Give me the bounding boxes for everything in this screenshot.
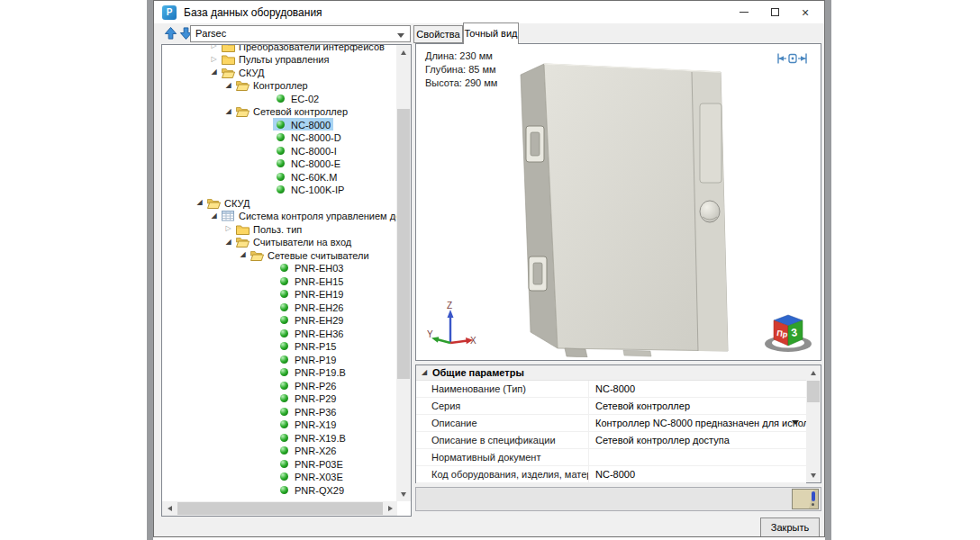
properties-scrollbar[interactable] — [806, 365, 821, 482]
expander-expanded-icon[interactable]: ◢ — [207, 68, 221, 76]
device-sphere-icon — [280, 446, 288, 454]
tree-item[interactable]: PNR-EH26 — [162, 301, 396, 314]
tree-item[interactable]: PNR-EH15 — [162, 274, 396, 288]
tree-item[interactable]: PNR-P26 — [162, 379, 396, 392]
hinge-top — [526, 126, 544, 162]
tree-item[interactable]: ◢СКУД — [162, 66, 396, 79]
tree-item[interactable]: EC-02 — [162, 92, 396, 105]
expander-collapsed-icon[interactable]: ▷ — [207, 56, 221, 63]
device-sphere-icon — [280, 303, 288, 311]
measure-tool-icon[interactable] — [776, 51, 808, 69]
equipment-thumbnail[interactable] — [792, 489, 819, 509]
tree-item-label: Сетевой контроллер — [253, 105, 348, 117]
tree-item[interactable]: PNR-X03E — [162, 471, 396, 484]
scroll-right-button[interactable] — [383, 501, 397, 516]
tree-item[interactable]: PNR-X19.B — [162, 431, 396, 445]
property-value-cell[interactable]: NC-8000 — [589, 381, 806, 397]
close-button[interactable]: Закрыть — [760, 518, 820, 537]
folder-open-icon — [250, 249, 264, 261]
tree-item[interactable]: PNR-P29 — [162, 392, 396, 406]
property-name: Описание — [416, 415, 589, 431]
expander-expanded-icon[interactable]: ◢ — [207, 212, 221, 220]
tab-properties[interactable]: Свойства — [413, 25, 463, 43]
tree-item[interactable]: PNR-QX29 — [162, 483, 396, 497]
property-row[interactable]: ОписаниеКонтроллер NC-8000 предназначен … — [416, 415, 806, 432]
expander-expanded-icon[interactable]: ◢ — [222, 238, 235, 246]
property-row[interactable]: Описание в спецификацииСетевой контролле… — [416, 432, 806, 449]
table-icon — [222, 210, 235, 221]
tree-item-label: NC-8000-D — [291, 131, 341, 143]
minimize-button[interactable] — [729, 1, 759, 23]
device-sphere-icon — [277, 94, 285, 103]
scroll-left-button[interactable] — [162, 501, 177, 516]
properties-scroll-thumb[interactable] — [807, 381, 820, 402]
close-window-button[interactable]: × — [790, 1, 821, 23]
scroll-up-button[interactable] — [396, 45, 411, 59]
tree-item[interactable]: ◢Сетевой контроллер — [162, 105, 396, 119]
tree-item[interactable]: ◢Сетевые считыватели — [162, 248, 396, 262]
manufacturer-combobox[interactable]: Parsec — [190, 25, 411, 42]
maximize-icon — [771, 8, 779, 16]
tree-item-label: СКУД — [239, 67, 264, 78]
tree-item[interactable]: PNR-P03E — [162, 457, 396, 471]
tree-item[interactable]: PNR-P19.B — [162, 366, 396, 380]
tree-item[interactable]: PNR-EH19 — [162, 288, 396, 302]
property-group-header[interactable]: ◢ Общие параметры — [416, 365, 806, 381]
tree-item[interactable]: PNR-P15 — [162, 340, 396, 354]
expander-collapsed-icon[interactable]: ▷ — [222, 225, 235, 232]
tree-item[interactable]: ▷Польз. тип — [162, 222, 396, 236]
tree-item[interactable]: PNR-EH29 — [162, 314, 396, 328]
tree-item[interactable]: PNR-P19 — [162, 353, 396, 366]
axis-y-label: Y — [427, 329, 433, 339]
tree-item[interactable]: PNR-P36 — [162, 405, 396, 418]
tree-item[interactable]: PNR-X26 — [162, 445, 396, 458]
scroll-down-button[interactable] — [806, 468, 821, 482]
triangle-down-icon — [401, 492, 406, 500]
tree-item[interactable]: ◢Система контроля управлением доступа — [162, 210, 396, 223]
tree-vscroll-thumb[interactable] — [397, 109, 410, 379]
expander-expanded-icon[interactable]: ◢ — [222, 82, 235, 89]
tree-vertical-scrollbar[interactable] — [396, 45, 411, 501]
tree-item[interactable]: ◢Считыватели на вход — [162, 236, 396, 249]
tree-item[interactable]: ◢СКУД — [162, 196, 396, 210]
property-value-cell[interactable]: Сетевой контроллер доступа — [589, 432, 806, 448]
property-value-cell[interactable]: NC-8000 — [589, 466, 806, 482]
tree-item[interactable]: NC-8000 — [162, 118, 396, 131]
tree-item[interactable]: NC-8000-E — [162, 158, 396, 171]
navigate-up-button[interactable] — [164, 26, 177, 40]
tree-item[interactable]: NC-60K.M — [162, 170, 396, 184]
equipment-database-window: P База данных оборудования × Parsec Свой… — [153, 0, 825, 537]
tree-item[interactable]: PNR-X19 — [162, 418, 396, 432]
tree-item[interactable]: ▷Пульты управления — [162, 53, 396, 67]
tree-item[interactable]: NC-8000-D — [162, 131, 396, 145]
property-row[interactable]: Нормативный документ — [416, 449, 806, 466]
tree-item-label: PNR-EH15 — [295, 275, 343, 287]
equipment-3d-model[interactable] — [515, 60, 731, 361]
maximize-button[interactable] — [759, 1, 790, 23]
exact-view-3d-panel[interactable]: Длина: 230 мм Глубина: 85 мм Высота: 290… — [415, 43, 821, 361]
value-dropdown-icon[interactable] — [792, 420, 799, 428]
tree-item[interactable]: PNR-EH36 — [162, 327, 396, 340]
scroll-down-button[interactable] — [396, 487, 411, 501]
axis-indicator: Z X Y — [427, 302, 477, 357]
tree-item[interactable]: NC-100K-IP — [162, 184, 396, 197]
property-value-cell[interactable] — [589, 449, 806, 465]
property-row[interactable]: Наименование (Тип)NC-8000 — [416, 381, 806, 398]
tree-item[interactable]: ▷Преобразователи интерфейсов — [162, 45, 396, 53]
tree-horizontal-scrollbar[interactable] — [162, 501, 397, 516]
expander-collapsed-icon[interactable]: ▷ — [207, 45, 221, 50]
tab-exact-view[interactable]: Точный вид — [463, 22, 519, 44]
tree-item[interactable]: NC-8000-I — [162, 144, 396, 158]
expander-expanded-icon[interactable]: ◢ — [222, 108, 235, 115]
expander-expanded-icon[interactable]: ◢ — [236, 251, 250, 258]
property-value-cell[interactable]: Сетевой контроллер — [589, 398, 806, 414]
property-row[interactable]: СерияСетевой контроллер — [416, 398, 806, 415]
tree-hscroll-thumb[interactable] — [177, 502, 383, 515]
property-value-cell[interactable]: Контроллер NC-8000 предназначен для испо… — [589, 415, 806, 431]
property-row[interactable]: Код оборудования, изделия, матери...NC-8… — [416, 466, 806, 483]
scroll-up-button[interactable] — [806, 365, 821, 380]
tree-item[interactable]: PNR-EH03 — [162, 262, 396, 275]
expander-expanded-icon[interactable]: ◢ — [193, 199, 206, 206]
tree-item[interactable]: ◢Контроллер — [162, 79, 396, 93]
device-sphere-icon — [280, 329, 288, 338]
